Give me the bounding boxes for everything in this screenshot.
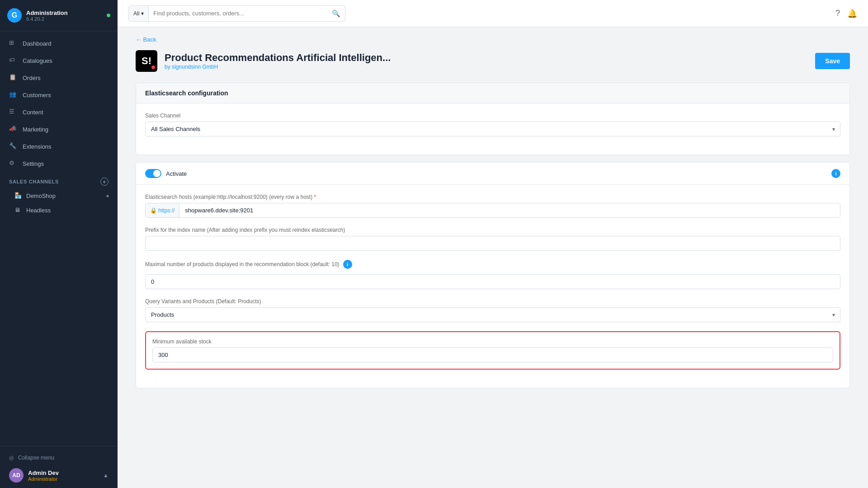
back-button[interactable]: ← Back <box>136 36 850 43</box>
sidebar-item-orders[interactable]: 📋 Orders <box>0 69 118 86</box>
sidebar-item-extensions[interactable]: 🔧 Extensions <box>0 138 118 155</box>
activate-info-button[interactable]: i <box>831 169 840 178</box>
demoshop-icon: 🏪 <box>14 192 22 199</box>
plugin-header: S! Product Recommendations Artificial In… <box>136 50 850 72</box>
sidebar-header: G Administration 6.4.20.2 <box>0 0 118 31</box>
index-prefix-label: Prefix for the index name (After adding … <box>145 227 840 233</box>
main-area: All ▾ 🔍 ? 🔔 ← Back S! Product Recommenda… <box>118 0 868 488</box>
collapse-menu-label: Collapse menu <box>18 455 54 461</box>
sidebar-item-dashboard[interactable]: ⊞ Dashboard <box>0 35 118 52</box>
activate-toggle[interactable] <box>145 169 161 178</box>
sidebar-item-label: Orders <box>23 75 41 81</box>
plugin-title: Product Recommendations Artificial Intel… <box>165 52 808 64</box>
plugin-logo-dot <box>151 66 155 69</box>
user-profile[interactable]: AD Admin Dev Administrator ▲ <box>9 464 108 483</box>
activate-row: Activate i <box>136 163 849 184</box>
channel-label: Headless <box>26 207 51 214</box>
page-content: ← Back S! Product Recommendations Artifi… <box>118 27 868 488</box>
sales-channel-select[interactable]: All Sales Channels <box>145 122 840 136</box>
app-logo: G <box>7 8 22 23</box>
sidebar-item-settings[interactable]: ⚙ Settings <box>0 155 118 172</box>
sidebar-item-marketing[interactable]: 📣 Marketing <box>0 121 118 138</box>
min-stock-group: Minimum available stock <box>145 331 840 370</box>
query-variants-select[interactable]: Products Variants and Products <box>145 307 840 322</box>
max-products-group: Maximal number of products displayed in … <box>145 260 840 289</box>
required-marker: * <box>314 194 316 200</box>
search-bar: All ▾ 🔍 <box>128 5 345 22</box>
collapse-menu-button[interactable]: ◎ Collapse menu <box>9 452 108 464</box>
headless-icon: 🖥 <box>14 206 22 214</box>
avatar: AD <box>9 468 24 483</box>
chevron-up-icon: ▲ <box>103 472 108 479</box>
app-version: 6.4.20.2 <box>26 16 68 22</box>
activate-label: Activate <box>166 170 827 177</box>
query-variants-label: Query Variants and Products (Default: Pr… <box>145 298 840 305</box>
config-card: Activate i Elasticsearch hosts (example:… <box>136 162 850 388</box>
sales-channels-label: Sales Channels <box>9 179 59 184</box>
sidebar-item-demoshop[interactable]: 🏪 DemoShop ◂ <box>0 188 118 203</box>
sidebar: G Administration 6.4.20.2 ⊞ Dashboard 🏷 … <box>0 0 118 488</box>
sales-channel-label: Sales Channel <box>145 113 840 119</box>
sales-channel-select-wrapper: All Sales Channels <box>145 122 840 136</box>
index-prefix-group: Prefix for the index name (After adding … <box>145 227 840 251</box>
sidebar-item-label: Content <box>23 109 43 116</box>
elastic-hosts-input-wrapper: 🔒 https:// <box>145 203 840 218</box>
notifications-icon[interactable]: 🔔 <box>847 9 857 19</box>
customers-icon: 👥 <box>9 91 17 99</box>
card-header: Elasticsearch configuration <box>136 83 849 103</box>
add-sales-channel-button[interactable]: + <box>100 178 108 186</box>
sidebar-item-headless[interactable]: 🖥 Headless <box>0 203 118 217</box>
max-products-label: Maximal number of products displayed in … <box>145 261 340 267</box>
settings-icon: ⚙ <box>9 160 17 168</box>
online-indicator <box>107 14 110 17</box>
min-stock-input[interactable] <box>152 347 833 362</box>
user-role: Administrator <box>28 476 59 482</box>
extensions-icon: 🔧 <box>9 142 17 150</box>
help-icon[interactable]: ? <box>835 9 840 18</box>
query-variants-select-wrapper: Products Variants and Products <box>145 307 840 322</box>
sidebar-item-content[interactable]: ☰ Content <box>0 103 118 121</box>
sidebar-footer: ◎ Collapse menu AD Admin Dev Administrat… <box>0 446 118 488</box>
sidebar-item-label: Catalogues <box>23 57 52 64</box>
marketing-icon: 📣 <box>9 125 17 133</box>
collapse-icon: ◎ <box>9 455 14 461</box>
content-icon: ☰ <box>9 108 17 116</box>
topbar-actions: ? 🔔 <box>835 9 857 19</box>
app-title: Administration <box>26 9 68 16</box>
plugin-by: by signundsinn GmbH <box>165 64 808 70</box>
index-prefix-input[interactable] <box>145 236 840 251</box>
max-products-input[interactable] <box>145 274 840 289</box>
elastic-hosts-input[interactable] <box>179 203 840 217</box>
card-body: Sales Channel All Sales Channels <box>136 103 849 155</box>
query-variants-group: Query Variants and Products (Default: Pr… <box>145 298 840 322</box>
plugin-logo: S! <box>136 50 157 72</box>
dashboard-icon: ⊞ <box>9 39 17 47</box>
max-products-info-button[interactable]: i <box>343 260 352 269</box>
sales-channel-group: Sales Channel All Sales Channels <box>145 113 840 136</box>
search-button[interactable]: 🔍 <box>327 9 345 18</box>
sidebar-item-label: Marketing <box>23 126 48 133</box>
plugin-logo-text: S! <box>142 55 151 67</box>
min-stock-label: Minimum available stock <box>152 338 833 345</box>
max-products-header-row: Maximal number of products displayed in … <box>145 260 840 269</box>
elastic-hosts-group: Elasticsearch hosts (example:http://loca… <box>145 194 840 218</box>
sales-channels-section: Sales Channels + <box>0 172 118 188</box>
chevron-down-icon: ▾ <box>141 10 144 17</box>
topbar: All ▾ 🔍 ? 🔔 <box>118 0 868 27</box>
user-name: Admin Dev <box>28 469 59 476</box>
sidebar-item-label: Dashboard <box>23 40 52 47</box>
catalogues-icon: 🏷 <box>9 56 17 65</box>
search-filter-dropdown[interactable]: All ▾ <box>129 6 149 21</box>
elasticsearch-config-card: Elasticsearch configuration Sales Channe… <box>136 83 850 155</box>
host-prefix: 🔒 https:// <box>146 203 179 217</box>
sidebar-item-label: Extensions <box>23 143 52 150</box>
sidebar-item-customers[interactable]: 👥 Customers <box>0 86 118 103</box>
save-button[interactable]: Save <box>815 53 850 69</box>
search-input[interactable] <box>149 6 327 21</box>
sidebar-item-catalogues[interactable]: 🏷 Catalogues <box>0 52 118 69</box>
plugin-title-block: Product Recommendations Artificial Intel… <box>165 52 808 70</box>
sidebar-item-label: Customers <box>23 92 51 99</box>
orders-icon: 📋 <box>9 74 17 82</box>
channel-label: DemoShop <box>26 192 56 199</box>
elastic-hosts-label: Elasticsearch hosts (example:http://loca… <box>145 194 840 200</box>
